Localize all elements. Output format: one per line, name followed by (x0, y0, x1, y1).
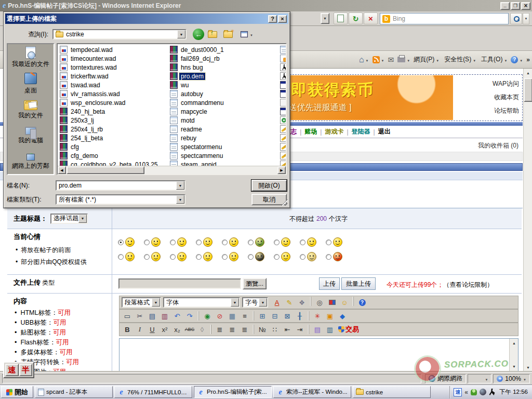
minimize-button[interactable] (500, 2, 510, 10)
editor-tool-button[interactable]: I (134, 324, 145, 335)
up-one-level-button[interactable] (208, 31, 217, 38)
editor-tool-button[interactable]: x₂ (171, 324, 183, 335)
emoticon-option[interactable] (248, 237, 268, 247)
editor-tool-button[interactable]: ◉ (202, 310, 213, 322)
file-item[interactable]: 250x3_lj (59, 116, 168, 125)
places-bar-item[interactable]: 我最近的文件 (8, 44, 54, 70)
editor-tool-button[interactable]: ✳ (312, 310, 323, 322)
file-item[interactable] (279, 98, 287, 107)
file-item[interactable]: pro.dem (169, 72, 278, 81)
file-item[interactable]: spectatormenu (169, 142, 278, 151)
file-item[interactable]: timecounter.wad (59, 54, 168, 63)
back-button[interactable]: ← (193, 29, 204, 40)
editor-tool-button[interactable]: ▥ (324, 324, 336, 335)
editor-tool-button[interactable]: ◆ (337, 310, 348, 322)
file-item[interactable] (279, 54, 287, 63)
file-item[interactable]: commandmenu (169, 98, 278, 107)
dialog-close-button[interactable]: × (278, 15, 287, 23)
file-type-select[interactable]: 所有檔案 (*.*) (56, 194, 185, 205)
more-commands-chevron[interactable]: » (526, 56, 530, 63)
look-in-select[interactable]: cstrike (52, 29, 187, 39)
emoticon-option[interactable] (300, 237, 320, 247)
start-button[interactable]: 開始 (1, 386, 33, 398)
file-item[interactable]: mapcycle (169, 107, 278, 116)
editor-tool-button[interactable]: ▭ (122, 310, 133, 322)
editor-tool-button[interactable]: ▥ (159, 310, 170, 322)
emoticon-radio[interactable] (248, 254, 254, 260)
emoticon-radio[interactable] (222, 254, 228, 260)
file-item[interactable]: rebuy (169, 134, 278, 142)
inbox-link[interactable]: 我的收件箱 (0) (478, 141, 518, 150)
scroll-up-icon[interactable] (524, 69, 532, 77)
emoticon-option[interactable] (248, 252, 268, 261)
places-bar-item[interactable]: 我的電腦 (8, 122, 54, 148)
editor-tool-button[interactable]: ⇥ (294, 324, 305, 335)
places-bar-item[interactable]: 網路上的芳鄰 (8, 148, 54, 174)
editor-tool-button[interactable]: ∷ (269, 324, 281, 335)
emoticon-option[interactable] (118, 252, 138, 261)
ime-mode-button[interactable]: 半 (19, 364, 33, 376)
mail-button[interactable] (388, 56, 394, 64)
editor-tool-button[interactable] (308, 325, 309, 334)
taskbar-task-button[interactable]: 76% / 711MHFULL0303... (114, 386, 192, 398)
ad-banner[interactable]: 立即获得索币 + 赠送优先进服通道 ] (270, 75, 453, 120)
views-menu-button[interactable] (239, 29, 255, 40)
file-item[interactable]: de_dust0000_1 (169, 45, 278, 54)
scroll-right-icon[interactable] (277, 166, 286, 174)
emoticon-radio[interactable] (144, 254, 150, 260)
close-button[interactable] (521, 2, 530, 10)
emoticon-radio[interactable] (300, 254, 305, 260)
search-input[interactable]: b Bing (380, 13, 509, 24)
editor-tool-button[interactable] (326, 297, 338, 308)
new-folder-button[interactable] (223, 31, 233, 38)
batch-upload-button[interactable]: 批量上传 (341, 277, 376, 290)
scroll-down-icon[interactable] (510, 362, 518, 371)
search-button[interactable] (510, 13, 522, 24)
emoticon-radio[interactable] (144, 240, 150, 245)
file-item[interactable] (279, 151, 287, 160)
editor-tool-button[interactable]: A (271, 297, 283, 308)
file-item[interactable]: 240_hj_beta (59, 107, 168, 116)
file-item[interactable] (279, 142, 287, 151)
tray-collapse-chevron[interactable]: « (464, 389, 468, 396)
open-button[interactable]: 開啟(O) (251, 180, 287, 191)
file-item[interactable]: spectcammenu (169, 151, 278, 160)
editor-tool-button[interactable]: ▣ (324, 310, 336, 322)
places-bar-item[interactable]: 我的文件 (8, 96, 54, 122)
header-link[interactable]: WAP访问 (493, 77, 519, 90)
file-item[interactable]: motd (169, 116, 278, 125)
command-menu[interactable]: 工具(O) (481, 55, 507, 64)
scrollbar-thumb[interactable] (524, 78, 532, 102)
file-item[interactable]: wsp_enclosure.wad (59, 98, 168, 107)
editor-tool-button[interactable] (198, 311, 199, 321)
go-page-button[interactable] (334, 12, 348, 24)
emoticon-radio[interactable] (170, 240, 176, 245)
editor-tool-button[interactable]: ✎ (284, 297, 295, 308)
nav-link[interactable]: 登陆器 (352, 127, 370, 136)
ime-mode-button[interactable]: 速 (5, 364, 19, 376)
resize-grip[interactable] (281, 199, 288, 206)
emoticon-radio[interactable] (170, 254, 176, 260)
restore-button[interactable] (511, 2, 520, 10)
refresh-button[interactable] (349, 12, 363, 24)
editor-tool-button[interactable]: ▤ (312, 324, 323, 335)
scroll-left-icon[interactable] (58, 166, 66, 174)
emoticon-option[interactable] (196, 237, 216, 247)
file-item[interactable]: vlv_ramassis.wad (59, 89, 168, 98)
editor-tool-button[interactable]: ⇤ (282, 324, 293, 335)
emoticon-option[interactable] (222, 237, 242, 247)
editor-tool-button[interactable]: ◎ (314, 297, 325, 308)
editor-dropdown[interactable]: 字体 (163, 297, 240, 308)
editor-tool-button[interactable]: U (147, 324, 158, 335)
editor-tool-button[interactable] (253, 311, 254, 321)
emoticon-radio[interactable] (248, 240, 254, 245)
scroll-down-icon[interactable] (524, 363, 532, 372)
taskbar-task-button[interactable]: 索沛--正规军 - Windo... (273, 386, 351, 398)
emoticon-option[interactable] (144, 237, 164, 247)
editor-tool-button[interactable]: ▤ (147, 310, 158, 322)
file-item[interactable] (279, 107, 287, 116)
file-item[interactable] (279, 116, 287, 125)
editor-tool-button[interactable]: 交易 (337, 324, 361, 335)
file-item[interactable] (279, 81, 287, 89)
upload-button[interactable]: 上传 (319, 277, 340, 290)
